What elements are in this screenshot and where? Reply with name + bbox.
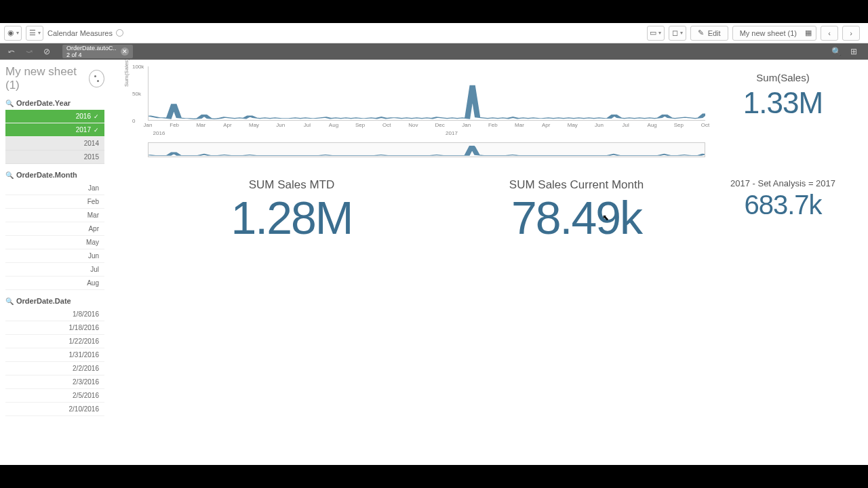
filter-month-item[interactable]: Mar: [5, 209, 104, 222]
filter-year-header[interactable]: 🔍OrderDate.Year: [5, 99, 104, 107]
clear-all-icon[interactable]: ⊘: [39, 45, 54, 58]
global-menu-button[interactable]: ◉▾: [4, 26, 22, 41]
close-icon[interactable]: ✕: [121, 47, 129, 56]
info-icon: [116, 29, 123, 37]
filter-year-item[interactable]: 2014: [5, 137, 104, 150]
filter-date-item[interactable]: 2/2/2016: [5, 362, 104, 375]
step-forward-icon[interactable]: ⤻: [22, 45, 37, 58]
kpi-current-month[interactable]: SUM Sales Current Month 78.49k: [434, 178, 719, 241]
kpi-mtd[interactable]: SUM Sales MTD 1.28M: [149, 178, 434, 241]
filter-month-item[interactable]: Jun: [5, 249, 104, 263]
filter-month-item[interactable]: Jan: [5, 182, 104, 195]
filter-month-item[interactable]: May: [5, 236, 104, 249]
selection-bar: ⤺ ⤻ ⊘ OrderDate.autoC.. 2 of 4 ✕ 🔍 ⊞: [0, 43, 868, 60]
sheet-title: My new sheet (1): [5, 65, 104, 92]
view-list-button[interactable]: ☰▾: [26, 26, 43, 41]
filter-year-item[interactable]: 2017✓: [5, 123, 104, 137]
kpi-sum-sales[interactable]: Sum(Sales) 1.33M: [710, 72, 856, 120]
search-icon: 🔍: [5, 171, 14, 179]
top-toolbar: ◉▾ ☰▾ Calendar Measures ▭▾ ◻▾ ✎ Edit My …: [0, 23, 868, 43]
filter-date-item[interactable]: 1/22/2016: [5, 335, 104, 348]
sheet-selector[interactable]: My new sheet (1) ▦: [732, 26, 816, 41]
filter-date-item[interactable]: 2/3/2016: [5, 375, 104, 389]
edit-button[interactable]: ✎ Edit: [690, 26, 728, 41]
chart-scrubber[interactable]: [148, 142, 705, 157]
filter-date-item[interactable]: 1/8/2016: [5, 308, 104, 321]
filter-date-item[interactable]: 2/10/2016: [5, 403, 104, 416]
prev-sheet-button[interactable]: ‹: [821, 26, 838, 41]
y-axis-label: Sum(Sales): [123, 60, 130, 87]
filter-year-item[interactable]: 2015: [5, 150, 104, 164]
filter-month-item[interactable]: Jul: [5, 263, 104, 277]
filter-month-item[interactable]: Apr: [5, 222, 104, 236]
devhub-button[interactable]: ▭▾: [647, 26, 665, 41]
bookmark-button[interactable]: ◻▾: [669, 26, 686, 41]
filter-month-header[interactable]: 🔍OrderDate.Month: [5, 171, 104, 179]
grid-icon: ▦: [805, 28, 812, 37]
app-title: Calendar Measures: [47, 29, 123, 37]
filter-date-header[interactable]: 🔍OrderDate.Date: [5, 297, 104, 305]
filter-month-item[interactable]: Feb: [5, 195, 104, 209]
search-icon[interactable]: 🔍: [829, 45, 844, 58]
pencil-icon: ✎: [698, 28, 704, 37]
filter-date-item[interactable]: 1/18/2016: [5, 321, 104, 335]
selection-pill[interactable]: OrderDate.autoC.. 2 of 4 ✕: [62, 45, 133, 58]
search-icon: 🔍: [5, 298, 14, 305]
filter-year-item[interactable]: 2016✓: [5, 110, 104, 123]
filter-date-item[interactable]: 2/5/2016: [5, 389, 104, 403]
timeline-chart[interactable]: Sum(Sales) 050k100k JanFebMarAprMayJunJu…: [136, 66, 705, 144]
exploration-icon[interactable]: [89, 70, 104, 87]
step-back-icon[interactable]: ⤺: [4, 45, 19, 58]
filter-panel: My new sheet (1) 🔍OrderDate.Year 2016✓20…: [0, 60, 108, 465]
filter-date-item[interactable]: 1/31/2016: [5, 348, 104, 362]
next-sheet-button[interactable]: ›: [842, 26, 860, 41]
selections-tool-icon[interactable]: ⊞: [846, 45, 861, 58]
filter-month-item[interactable]: Aug: [5, 277, 104, 290]
search-icon: 🔍: [5, 100, 14, 107]
main-canvas: Sum(Sales) 050k100k JanFebMarAprMayJunJu…: [108, 60, 868, 465]
